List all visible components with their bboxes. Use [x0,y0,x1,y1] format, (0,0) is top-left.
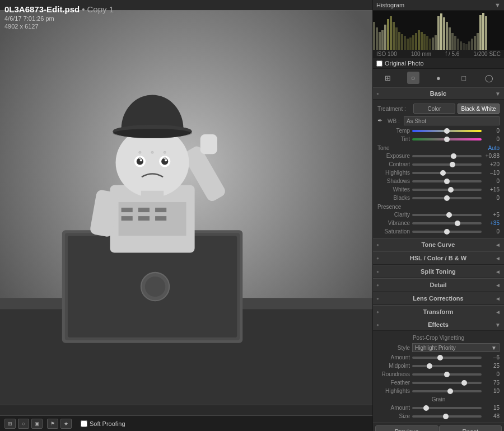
grain-size-thumb[interactable] [443,414,449,419]
svg-rect-61 [437,16,440,50]
temp-label: Temp [377,128,410,134]
detail-tool-icon[interactable]: ● [432,72,445,84]
compare-view-icon[interactable]: ▣ [31,419,43,429]
lens-value: 100 mm [411,51,431,57]
photo-info: 0L3A6873-Edit.psd • Copy 1 4/6/17 7:01:2… [4,4,114,30]
contrast-slider[interactable] [412,163,482,166]
svg-rect-76 [479,15,482,50]
style-value[interactable]: Highlight Priority ▼ [412,343,500,352]
lens-corrections-section[interactable]: ● Lens Corrections ◄ [373,292,504,305]
saturation-thumb[interactable] [444,229,450,235]
temp-slider[interactable] [412,130,482,132]
exposure-slider[interactable] [412,155,482,157]
temp-thumb[interactable] [444,128,450,134]
vibrance-slider-row: Vibrance +35 [373,219,504,227]
blacks-slider[interactable] [412,197,482,199]
effects-highlights-thumb[interactable] [447,388,453,394]
original-photo-checkbox[interactable] [376,60,382,67]
treatment-color-btn[interactable]: Color [413,104,455,114]
transform-arrow: ◄ [495,309,501,315]
auto-btn[interactable]: Auto [488,145,500,151]
amount-thumb[interactable] [437,355,443,360]
svg-rect-75 [477,33,479,50]
clarity-value: +5 [484,212,500,218]
split-toning-section[interactable]: ● Split Toning ◄ [373,265,504,278]
grid-view-icon[interactable]: ⊞ [4,419,16,429]
roundness-slider-row: Roundness 0 [373,370,504,378]
lens-tool-icon[interactable]: ◯ [483,72,495,84]
whites-label: Whites [377,186,410,193]
tint-thumb[interactable] [444,137,450,142]
highlights-thumb[interactable] [440,170,446,176]
svg-rect-58 [429,39,431,50]
wb-label: WB : [388,118,402,124]
effects-highlights-slider[interactable] [412,390,482,392]
highlights-slider[interactable] [412,172,482,174]
whites-slider[interactable] [412,189,482,191]
previous-button[interactable]: Previous [375,425,438,431]
crop-icons: ⚑ ★ [47,419,72,429]
grain-size-slider[interactable] [412,415,482,418]
svg-rect-69 [460,41,462,50]
shadows-slider[interactable] [412,180,482,182]
svg-rect-52 [412,35,414,50]
contrast-thumb[interactable] [450,162,455,167]
style-arrow: ▼ [491,345,497,351]
style-label: Style [377,345,410,351]
transform-section[interactable]: ● Transform ◄ [373,305,504,318]
svg-point-30 [140,159,142,161]
detail-title: Detail [381,282,495,288]
eyedropper-icon[interactable]: ✒ [377,117,385,125]
blacks-thumb[interactable] [444,195,450,201]
hsl-tool-icon[interactable]: □ [458,72,470,84]
original-photo-row: Original Photo [373,58,504,69]
roundness-slider[interactable] [412,373,482,376]
grain-amount-slider[interactable] [412,407,482,409]
amount-label: Amount [377,354,410,360]
loupe-view-icon[interactable]: ○ [18,419,29,429]
vibrance-slider[interactable] [412,222,482,224]
svg-rect-78 [485,16,487,50]
soft-proofing-checkbox[interactable] [81,420,87,427]
tone-curve-dot: ● [376,242,379,247]
feather-slider[interactable] [412,382,482,384]
amount-value: –6 [484,354,500,360]
adjust-tool-icon[interactable]: ○ [407,72,419,84]
flag-icon[interactable]: ⚑ [47,419,58,429]
clarity-thumb[interactable] [446,212,452,218]
blacks-value: 0 [484,195,500,201]
detail-section[interactable]: ● Detail ◄ [373,278,504,292]
star-icon[interactable]: ★ [60,419,72,429]
midpoint-thumb[interactable] [427,363,432,369]
shadows-thumb[interactable] [444,179,450,184]
feather-thumb[interactable] [461,380,467,386]
effects-section-header[interactable]: ● Effects ▼ [373,318,504,331]
svg-rect-56 [423,34,426,50]
amount-slider[interactable] [412,357,482,359]
histogram-title: Histogram [376,2,404,8]
crop-tool-icon[interactable]: ⊞ [382,72,394,84]
hsl-section[interactable]: ● HSL / Color / B & W ◄ [373,251,504,265]
basic-dot: ● [376,91,379,96]
svg-rect-47 [398,32,400,50]
basic-section-header[interactable]: ● Basic ▼ [373,87,504,100]
treatment-bw-btn[interactable]: Black & White [458,104,500,114]
exposure-thumb[interactable] [451,153,456,159]
photo-area: 0L3A6873-Edit.psd • Copy 1 4/6/17 7:01:2… [0,0,372,431]
tone-label: Tone [377,145,390,151]
contrast-slider-row: Contrast +20 [373,160,504,168]
saturation-slider[interactable] [412,231,482,233]
wb-value-select[interactable]: As Shot [404,116,500,125]
histogram-section: Histogram ▼ [373,0,504,69]
clarity-slider[interactable] [412,214,482,216]
roundness-thumb[interactable] [444,372,450,377]
midpoint-slider[interactable] [412,365,482,367]
lens-corrections-dot: ● [376,296,379,301]
whites-thumb[interactable] [448,187,454,193]
vibrance-thumb[interactable] [455,221,460,226]
reset-button[interactable]: Reset [439,425,502,431]
tint-slider[interactable] [412,138,482,140]
soft-proofing-row: Soft Proofing [81,420,125,427]
tone-curve-section[interactable]: ● Tone Curve ◄ [373,238,504,251]
grain-amount-thumb[interactable] [423,405,429,411]
